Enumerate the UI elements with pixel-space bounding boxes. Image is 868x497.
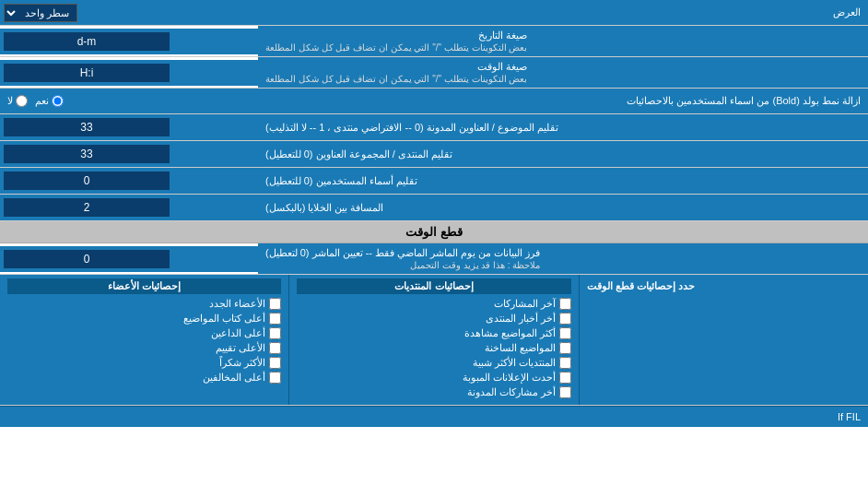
stat-member-4-label: الأعلى تقييم [216,342,265,354]
if-fil-row: If FIL [0,406,868,427]
stat-member-4-checkbox[interactable] [269,342,281,354]
stats-label: حدد إحصائيات قطع الوقت [587,280,695,292]
stat-member-1-label: الأعضاء الجدد [209,298,265,310]
time-format-row: صيغة الوقت بعض التكوينات يتطلب "/" التي … [0,57,868,89]
date-format-input[interactable] [4,32,170,51]
usernames-input[interactable] [4,172,170,190]
display-mode-row: العرض سطر واحد سطرين ثلاثة أسطر [0,0,868,26]
date-format-label-text: صيغة التاريخ بعض التكوينات يتطلب "/" الت… [265,30,527,53]
bold-remove-row: ازالة نمط بولد (Bold) من اسماء المستخدمي… [0,89,868,114]
stat-post-2-checkbox[interactable] [559,313,571,325]
stats-members-header: إحصائيات الأعضاء [7,278,281,294]
stat-member-6-checkbox[interactable] [269,372,281,384]
display-mode-select[interactable]: سطر واحد سطرين ثلاثة أسطر [4,4,77,22]
stat-post-4-checkbox[interactable] [559,342,571,354]
stat-post-3-label: أكثر المواضيع مشاهدة [464,327,556,339]
date-format-label: صيغة التاريخ بعض التكوينات يتطلب "/" الت… [258,26,868,56]
stats-members-col: إحصائيات الأعضاء الأعضاء الجدد أعلى كتاب… [0,275,288,405]
spacing-input[interactable] [4,198,170,217]
stat-post-6: أحدث الإعلانات المبوبة [297,372,570,384]
stat-post-7-checkbox[interactable] [559,386,571,398]
forum-titles-input-cell [0,141,258,167]
stat-post-3-checkbox[interactable] [559,327,571,339]
stat-member-1: الأعضاء الجدد [7,298,281,310]
spacing-label: المسافة بين الخلايا (بالبكسل) [258,195,868,220]
usernames-row: تقليم أسماء المستخدمين (0 للتعطيل) [0,168,868,195]
stat-post-5-label: المنتديات الأكثر شبية [473,357,556,369]
stats-label-col: حدد إحصائيات قطع الوقت [580,275,868,405]
spacing-row: المسافة بين الخلايا (بالبكسل) [0,195,868,221]
bold-remove-label: ازالة نمط بولد (Bold) من اسماء المستخدمي… [258,91,868,111]
cutoff-days-input[interactable] [4,250,170,268]
stat-member-5: الأكثر شكراً [7,357,281,369]
usernames-label: تقليم أسماء المستخدمين (0 للتعطيل) [258,168,868,194]
stat-member-5-checkbox[interactable] [269,357,281,369]
stat-post-5: المنتديات الأكثر شبية [297,357,570,369]
display-mode-input[interactable]: سطر واحد سطرين ثلاثة أسطر [0,2,258,24]
time-format-label: صيغة الوقت بعض التكوينات يتطلب "/" التي … [258,57,868,88]
stats-posts-header: إحصائيات المنتديات [297,278,570,294]
stat-post-4-label: المواضيع الساخنة [485,342,556,354]
cutoff-section-header: قطع الوقت [0,221,868,243]
stat-member-3-checkbox[interactable] [269,327,281,339]
bold-yes-radio[interactable] [52,95,64,107]
stat-post-6-checkbox[interactable] [559,372,571,384]
forum-titles-row: تقليم المنتدى / المجموعة العناوين (0 للت… [0,141,868,168]
topic-titles-input[interactable] [4,118,170,136]
bold-no-label[interactable]: لا [7,95,28,107]
stat-post-1: آخر المشاركات [297,298,570,310]
stat-post-7-label: أخر مشاركات المدونة [467,386,556,398]
stats-section: حدد إحصائيات قطع الوقت إحصائيات المنتديا… [0,275,868,406]
stat-member-3-label: أعلى الداعين [211,327,265,339]
date-format-row: صيغة التاريخ بعض التكوينات يتطلب "/" الت… [0,26,868,57]
cutoff-days-row: فرز البيانات من يوم الماشر الماضي فقط --… [0,243,868,275]
date-format-input-cell [0,29,258,54]
stat-member-2-label: أعلى كتاب المواضيع [183,313,265,325]
cutoff-days-input-cell [0,246,258,272]
time-format-input-cell [0,60,258,86]
forum-titles-label: تقليم المنتدى / المجموعة العناوين (0 للت… [258,141,868,167]
time-format-label-text: صيغة الوقت بعض التكوينات يتطلب "/" التي … [265,61,527,84]
bold-remove-inputs: نعم لا [0,93,258,109]
stats-posts-col: إحصائيات المنتديات آخر المشاركات أخر أخب… [288,275,579,405]
topic-titles-input-cell [0,114,258,140]
stat-member-1-checkbox[interactable] [269,298,281,310]
bold-no-radio[interactable] [16,95,28,107]
stat-member-2-checkbox[interactable] [269,313,281,325]
stat-post-1-checkbox[interactable] [559,298,571,310]
stat-post-2: أخر أخبار المنتدى [297,313,570,325]
stat-member-4: الأعلى تقييم [7,342,281,354]
stat-post-1-label: آخر المشاركات [494,298,556,310]
time-format-input[interactable] [4,64,170,82]
stat-post-5-checkbox[interactable] [559,357,571,369]
cutoff-days-label-text: فرز البيانات من يوم الماشر الماضي فقط --… [265,247,540,270]
topic-titles-row: تقليم الموضوع / العناوين المدونة (0 -- ا… [0,114,868,141]
stat-member-5-label: الأكثر شكراً [219,357,265,369]
spacing-input-cell [0,195,258,220]
usernames-input-cell [0,168,258,194]
bold-yes-label[interactable]: نعم [35,95,64,107]
topic-titles-label: تقليم الموضوع / العناوين المدونة (0 -- ا… [258,114,868,140]
forum-titles-input[interactable] [4,145,170,163]
display-mode-label: العرض [258,3,868,22]
if-fil-text: If FIL [838,411,861,422]
stat-post-7: أخر مشاركات المدونة [297,386,570,398]
stat-post-3: أكثر المواضيع مشاهدة [297,327,570,339]
stat-member-2: أعلى كتاب المواضيع [7,313,281,325]
stat-member-6-label: أعلى المخالفين [203,372,265,384]
stat-post-2-label: أخر أخبار المنتدى [486,313,556,325]
stat-post-4: المواضيع الساخنة [297,342,570,354]
cutoff-days-label: فرز البيانات من يوم الماشر الماضي فقط --… [258,243,868,274]
stat-post-6-label: أحدث الإعلانات المبوبة [463,372,556,384]
stat-member-6: أعلى المخالفين [7,372,281,384]
stat-member-3: أعلى الداعين [7,327,281,339]
